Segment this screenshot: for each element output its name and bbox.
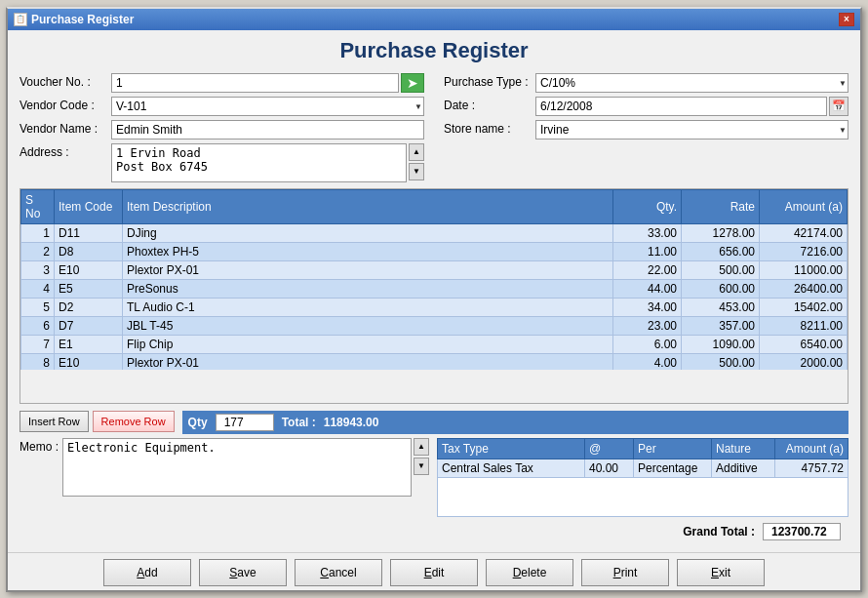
col-item-code: Item Code bbox=[55, 189, 123, 223]
save-button[interactable]: Save bbox=[199, 559, 287, 586]
cell-code: E1 bbox=[55, 335, 123, 353]
memo-scroll-down[interactable]: ▼ bbox=[414, 458, 429, 475]
store-name-wrapper: Irvine ▼ bbox=[535, 120, 848, 140]
lower-section: S No Item Code Item Description Qty. Rat… bbox=[20, 188, 848, 544]
voucher-input[interactable] bbox=[111, 73, 399, 93]
table-row: 8 E10 Plextor PX-01 4.00 500.00 2000.00 bbox=[21, 353, 848, 370]
store-name-select[interactable]: Irvine bbox=[535, 120, 848, 140]
items-table-scroll[interactable]: S No Item Code Item Description Qty. Rat… bbox=[20, 189, 848, 370]
add-button[interactable]: Add bbox=[103, 559, 191, 586]
table-controls: Insert Row Remove Row Qty 177 Total : 11… bbox=[20, 407, 848, 434]
table-row: 4 E5 PreSonus 44.00 600.00 26400.00 bbox=[21, 279, 848, 298]
table-row: 1 D11 DJing 33.00 1278.00 42174.00 bbox=[21, 223, 848, 242]
cell-rate: 500.00 bbox=[682, 353, 760, 370]
voucher-row: Voucher No. : ➤ bbox=[20, 73, 424, 93]
calendar-button[interactable]: 📅 bbox=[829, 97, 848, 116]
cell-rate: 600.00 bbox=[682, 279, 760, 298]
cell-sno: 5 bbox=[21, 298, 55, 316]
tax-col-type: Tax Type bbox=[438, 438, 585, 458]
cell-desc: JBL T-45 bbox=[123, 316, 613, 335]
title-bar: 📋 Purchase Register × bbox=[8, 9, 860, 30]
memo-scroll-up[interactable]: ▲ bbox=[414, 438, 429, 456]
tax-table-row: Central Sales Tax 40.00 Percentage Addit… bbox=[438, 458, 848, 477]
table-row: 7 E1 Flip Chip 6.00 1090.00 6540.00 bbox=[21, 335, 848, 353]
tax-col-amount: Amount (a) bbox=[775, 438, 848, 458]
exit-button[interactable]: Exit bbox=[677, 559, 765, 586]
cell-desc: Phoxtex PH-5 bbox=[123, 242, 613, 260]
cancel-button[interactable]: Cancel bbox=[295, 559, 382, 586]
tax-table: Tax Type @ Per Nature Amount (a) Central… bbox=[437, 438, 848, 478]
cell-desc: Plextor PX-01 bbox=[123, 353, 613, 370]
tax-empty-area bbox=[437, 478, 848, 517]
purchase-type-wrapper: C/10% ▼ bbox=[535, 73, 848, 93]
purchase-type-label: Purchase Type : bbox=[444, 73, 532, 89]
table-row: 5 D2 TL Audio C-1 34.00 453.00 15402.00 bbox=[21, 298, 848, 316]
window-icon: 📋 bbox=[14, 13, 27, 26]
cell-sno: 7 bbox=[21, 335, 55, 353]
address-input[interactable]: 1 Ervin Road Post Box 6745 bbox=[111, 143, 407, 182]
grand-total-row: Grand Total : 123700.72 bbox=[437, 519, 848, 544]
col-qty: Qty. bbox=[613, 189, 682, 223]
address-scroll-up[interactable]: ▲ bbox=[409, 143, 424, 161]
cell-sno: 1 bbox=[21, 223, 55, 242]
store-name-row: Store name : Irvine ▼ bbox=[444, 120, 848, 140]
grand-total-value: 123700.72 bbox=[763, 523, 841, 540]
cell-rate: 1090.00 bbox=[682, 335, 760, 353]
cell-amount: 11000.00 bbox=[760, 260, 848, 279]
store-name-label: Store name : bbox=[444, 120, 532, 136]
vendor-name-row: Vendor Name : bbox=[20, 120, 424, 140]
tax-col-at: @ bbox=[585, 438, 634, 458]
memo-scroll-buttons: ▲ ▼ bbox=[414, 438, 429, 497]
insert-row-button[interactable]: Insert Row bbox=[20, 411, 89, 432]
cell-sno: 6 bbox=[21, 316, 55, 335]
address-scroll-down[interactable]: ▼ bbox=[409, 163, 424, 180]
print-button[interactable]: Print bbox=[581, 559, 669, 586]
col-sno: S No bbox=[21, 189, 55, 223]
qty-total-row: Qty 177 Total : 118943.00 bbox=[182, 411, 848, 434]
vendor-code-select[interactable]: V-101 bbox=[111, 97, 424, 116]
remove-row-button[interactable]: Remove Row bbox=[93, 411, 175, 432]
col-amount: Amount (a) bbox=[760, 189, 848, 223]
memo-input[interactable]: Electronic Equipment. bbox=[62, 438, 412, 497]
cell-qty: 4.00 bbox=[613, 353, 682, 370]
vendor-name-input[interactable] bbox=[111, 120, 424, 140]
grand-total-label: Grand Total : bbox=[683, 525, 755, 538]
qty-label: Qty bbox=[188, 416, 208, 429]
cell-code: D8 bbox=[55, 242, 123, 260]
cell-qty: 23.00 bbox=[613, 316, 682, 335]
edit-button[interactable]: Edit bbox=[390, 559, 478, 586]
date-input-wrapper: 📅 bbox=[535, 97, 848, 116]
cell-rate: 357.00 bbox=[682, 316, 760, 335]
date-row: Date : 📅 bbox=[444, 97, 848, 116]
voucher-arrow-button[interactable]: ➤ bbox=[401, 73, 424, 93]
items-table-wrapper: S No Item Code Item Description Qty. Rat… bbox=[20, 188, 848, 404]
close-button[interactable]: × bbox=[839, 13, 854, 26]
cell-desc: Plextor PX-01 bbox=[123, 260, 613, 279]
delete-button[interactable]: Delete bbox=[486, 559, 573, 586]
cell-rate: 453.00 bbox=[682, 298, 760, 316]
memo-wrapper: Electronic Equipment. ▲ ▼ bbox=[62, 438, 429, 497]
purchase-type-select[interactable]: C/10% bbox=[535, 73, 848, 93]
table-row: 3 E10 Plextor PX-01 22.00 500.00 11000.0… bbox=[21, 260, 848, 279]
cell-qty: 6.00 bbox=[613, 335, 682, 353]
cell-code: D11 bbox=[55, 223, 123, 242]
cell-amount: 15402.00 bbox=[760, 298, 848, 316]
main-window: 📋 Purchase Register × Purchase Register … bbox=[6, 7, 862, 592]
address-scroll-buttons: ▲ ▼ bbox=[409, 143, 424, 182]
cell-amount: 2000.00 bbox=[760, 353, 848, 370]
button-row: Add Save Cancel Edit Delete Print Exit bbox=[8, 552, 860, 590]
table-button-row: Insert Row Remove Row bbox=[20, 411, 175, 432]
cell-desc: TL Audio C-1 bbox=[123, 298, 613, 316]
cell-sno: 2 bbox=[21, 242, 55, 260]
memo-label: Memo : bbox=[20, 438, 59, 454]
vendor-code-label: Vendor Code : bbox=[20, 97, 107, 112]
cell-qty: 34.00 bbox=[613, 298, 682, 316]
address-wrapper: 1 Ervin Road Post Box 6745 ▲ ▼ bbox=[111, 143, 424, 182]
vendor-code-row: Vendor Code : V-101 ▼ bbox=[20, 97, 424, 116]
cell-desc: Flip Chip bbox=[123, 335, 613, 353]
col-item-desc: Item Description bbox=[123, 189, 613, 223]
date-input[interactable] bbox=[535, 97, 827, 116]
tax-col-per: Per bbox=[634, 438, 712, 458]
form-right: Purchase Type : C/10% ▼ Date : 📅 bbox=[444, 73, 848, 182]
vendor-name-label: Vendor Name : bbox=[20, 120, 107, 136]
